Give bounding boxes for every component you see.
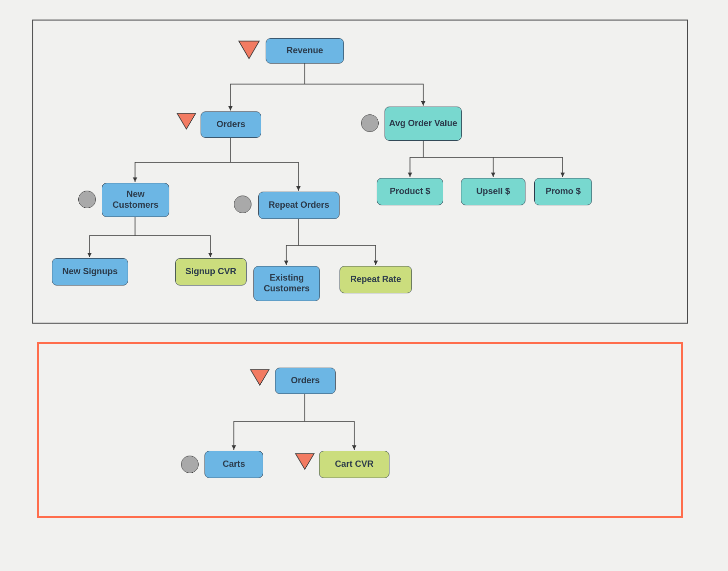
node-signup-cvr: Signup CVR bbox=[175, 258, 247, 286]
edges-bottom bbox=[39, 344, 685, 520]
circle-neutral-icon bbox=[234, 196, 251, 213]
node-new-customers: New Customers bbox=[102, 183, 169, 217]
circle-neutral-icon bbox=[78, 191, 96, 208]
node-avg-order-value: Avg Order Value bbox=[385, 107, 462, 141]
node-repeat-rate: Repeat Rate bbox=[340, 266, 412, 293]
circle-neutral-icon bbox=[361, 114, 379, 132]
triangle-down-icon bbox=[295, 453, 315, 470]
node-revenue: Revenue bbox=[266, 38, 344, 64]
svg-marker-0 bbox=[239, 41, 259, 59]
svg-marker-1 bbox=[177, 113, 196, 129]
node-promo-dollar: Promo $ bbox=[534, 178, 592, 205]
diagram-canvas: Revenue Orders Avg Order Value New Custo… bbox=[0, 0, 728, 571]
triangle-down-icon bbox=[176, 112, 197, 130]
node-orders: Orders bbox=[201, 111, 261, 138]
panel-orders-tree: Orders Carts Cart CVR bbox=[37, 342, 683, 518]
triangle-down-icon bbox=[250, 369, 270, 386]
node-upsell-dollar: Upsell $ bbox=[461, 178, 525, 205]
node-new-signups: New Signups bbox=[52, 258, 128, 286]
panel-revenue-tree: Revenue Orders Avg Order Value New Custo… bbox=[32, 20, 688, 324]
circle-neutral-icon bbox=[181, 456, 199, 473]
node-carts: Carts bbox=[205, 451, 263, 478]
node-cart-cvr: Cart CVR bbox=[319, 451, 389, 478]
svg-marker-3 bbox=[296, 454, 314, 469]
node-existing-customers: Existing Customers bbox=[253, 266, 320, 301]
node-repeat-orders: Repeat Orders bbox=[258, 192, 340, 219]
node-orders-bottom: Orders bbox=[275, 368, 336, 394]
node-product-dollar: Product $ bbox=[377, 178, 443, 205]
triangle-down-icon bbox=[238, 40, 260, 60]
svg-marker-2 bbox=[250, 370, 269, 385]
